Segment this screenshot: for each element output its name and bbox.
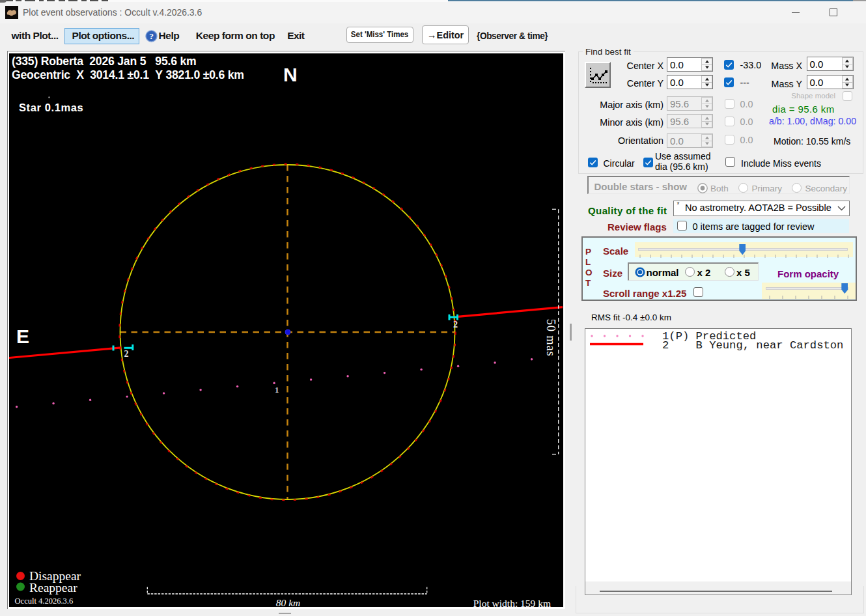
svg-text:Reappear: Reappear: [29, 581, 77, 595]
svg-text:1: 1: [275, 385, 279, 395]
svg-text:?: ?: [149, 31, 154, 41]
svg-text:50 mas: 50 mas: [544, 319, 557, 357]
svg-text:(335) Roberta 2026 Jan 5 95: (335) Roberta 2026 Jan 5 95.6 km: [12, 55, 196, 68]
svg-text:N: N: [283, 64, 298, 85]
svg-text:80 km: 80 km: [276, 597, 300, 608]
svg-text:Occult 4.2026.3.6: Occult 4.2026.3.6: [15, 596, 74, 606]
svg-text:2: 2: [124, 349, 129, 359]
svg-text:E: E: [16, 326, 29, 347]
svg-text:Geocentric X 3014.1 ±0.1 Y: Geocentric X 3014.1 ±0.1 Y 3821.0 ±0.6 k…: [12, 68, 244, 81]
svg-text:Star 0.1mas: Star 0.1mas: [19, 102, 83, 113]
svg-text:2: 2: [453, 320, 458, 329]
svg-text:Plot width: 159 km: Plot width: 159 km: [473, 598, 551, 608]
